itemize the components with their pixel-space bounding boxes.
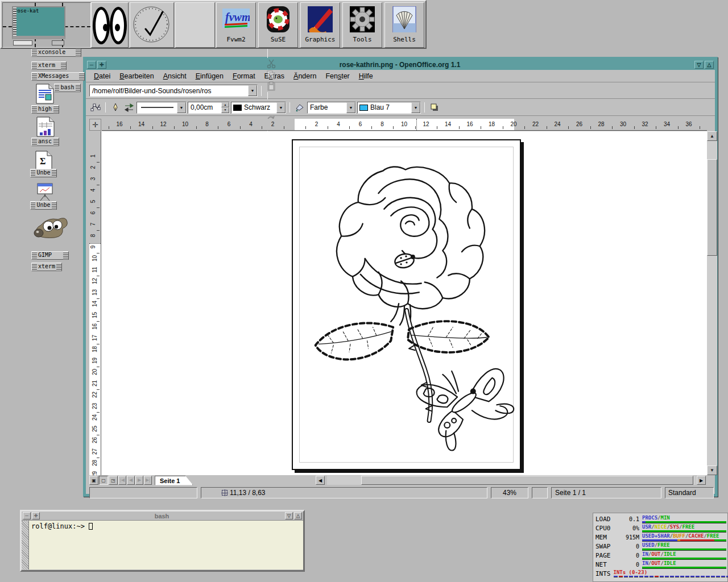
view-mode-master-button[interactable]: ▢: [99, 476, 108, 485]
desktop-icon-writer-doc[interactable]: [36, 84, 54, 106]
sysmon-label: INTS: [595, 570, 611, 577]
edit-points-icon[interactable]: [89, 102, 102, 113]
last-page-button[interactable]: ▶|: [144, 476, 152, 485]
fill-color-name[interactable]: Blau 7: [368, 103, 411, 111]
url-dropdown-button[interactable]: ▼: [248, 85, 257, 96]
sysmon-row-load: LOAD0.1PROCS/MIN: [595, 514, 726, 523]
seashell-icon: [391, 6, 418, 32]
icon-label-stripe: [61, 62, 66, 69]
arrow-style-icon[interactable]: [123, 102, 135, 113]
hruler-tick: [459, 126, 460, 129]
launcher-suse[interactable]: SuSE: [258, 2, 298, 48]
line-width-spinner[interactable]: 0,00cm ▲▼: [188, 102, 230, 114]
document-page[interactable]: [292, 139, 521, 470]
area-fill-icon[interactable]: [293, 102, 306, 113]
line-width-value[interactable]: 0,00cm: [188, 103, 221, 111]
desktop-icon-gimp-wilber[interactable]: [33, 214, 69, 246]
menu-datei[interactable]: Datei: [89, 71, 115, 81]
fill-type-dropdown-button[interactable]: ▼: [346, 102, 355, 113]
terminal-maximize-button[interactable]: ✛: [32, 512, 40, 519]
window-maximize-button[interactable]: ✛: [97, 61, 106, 69]
menu-hilfe[interactable]: Hilfe: [354, 71, 378, 81]
fill-type-value[interactable]: Farbe: [308, 103, 346, 111]
fill-type-select[interactable]: Farbe ▼: [307, 102, 356, 114]
desktop-icon-xconsole[interactable]: xconsole: [31, 48, 81, 57]
horizontal-scrollbar[interactable]: [327, 476, 696, 485]
line-pen-icon[interactable]: [109, 102, 122, 113]
menu-einfgen[interactable]: Einfügen: [191, 71, 228, 81]
fill-color-select[interactable]: Blau 7 ▼: [357, 102, 421, 114]
vruler-number: 16: [92, 323, 98, 330]
prev-page-button[interactable]: ◀: [127, 476, 135, 485]
copy-icon[interactable]: [265, 69, 278, 81]
terminal-screen[interactable]: rolf@linux:~>: [29, 521, 303, 569]
vertical-scroll-thumb[interactable]: [707, 159, 717, 256]
status-position-cell[interactable]: 11,13 / 8,63: [201, 487, 487, 498]
status-zoom-cell[interactable]: 43%: [491, 487, 528, 498]
scroll-up-button[interactable]: ▲: [707, 131, 717, 141]
view-mode-layer-button[interactable]: ◳: [109, 476, 118, 485]
shadow-toggle-icon[interactable]: [428, 102, 441, 113]
window-minimize-button[interactable]: ─: [87, 61, 96, 69]
desktop-icon-gimp[interactable]: GIMP: [31, 251, 69, 260]
drawing-canvas[interactable]: [101, 131, 707, 475]
pager-mini-sysmon[interactable]: [52, 40, 64, 45]
desktop-icon-high[interactable]: high: [31, 105, 59, 114]
view-mode-page-button[interactable]: ▣: [89, 476, 98, 485]
vertical-scrollbar[interactable]: ▲ ▼: [707, 131, 717, 475]
icon-label-stripe: [32, 73, 37, 80]
hruler-number: 14: [445, 121, 451, 127]
line-color-name[interactable]: Schwarz: [242, 103, 276, 111]
desktop-icon-xterm[interactable]: xterm: [31, 263, 62, 271]
cut-icon[interactable]: [265, 58, 278, 69]
status-page-cell[interactable]: Seite 1 / 1: [551, 487, 661, 498]
next-page-button[interactable]: ▶: [135, 476, 143, 485]
window-shade-button[interactable]: ▽: [694, 61, 704, 69]
desktop-icon-bash[interactable]: bash: [54, 84, 81, 92]
menu-ndern[interactable]: Ändern: [289, 71, 321, 81]
fill-color-dropdown-button[interactable]: ▼: [411, 102, 420, 113]
terminal-zoom-button[interactable]: △: [294, 512, 302, 519]
scroll-right-button[interactable]: ▶: [697, 476, 706, 485]
launcher-graphics[interactable]: Graphics: [300, 2, 340, 48]
menu-ansicht[interactable]: Ansicht: [159, 71, 191, 81]
launcher-fvwm2[interactable]: fvwmFvwm2: [216, 2, 256, 48]
desktop-icon-calc-doc[interactable]: [36, 117, 55, 139]
line-width-spin-buttons[interactable]: ▲▼: [221, 102, 229, 113]
menu-bearbeiten[interactable]: Bearbeiten: [115, 71, 158, 81]
pager-mini-window[interactable]: rose-kat: [12, 6, 65, 39]
launcher-tools[interactable]: Tools: [342, 2, 382, 48]
window-zoom-button[interactable]: △: [705, 61, 714, 69]
desktop-icon-unbe[interactable]: Unbe: [30, 201, 57, 210]
page-tab[interactable]: Seite 1: [155, 476, 193, 485]
paste-icon[interactable]: [265, 81, 278, 92]
terminal-minimize-button[interactable]: ─: [23, 512, 31, 519]
scroll-down-button[interactable]: ▼: [707, 465, 717, 475]
desktop-icon-unbe[interactable]: Unbe: [30, 169, 57, 177]
terminal-title-bar[interactable]: ─ ✛ bash ▽ △: [22, 512, 303, 521]
desktop-icon-xmessages[interactable]: XMessages: [31, 72, 85, 81]
status-style-cell[interactable]: Standard: [665, 487, 714, 498]
launcher-shells[interactable]: Shells: [384, 2, 424, 48]
menu-fenster[interactable]: Fenster: [321, 71, 354, 81]
pager-mini-terminal[interactable]: [13, 40, 32, 45]
line-color-dropdown-button[interactable]: ▼: [276, 102, 286, 113]
menu-format[interactable]: Format: [228, 71, 260, 81]
sysmon-row-mem: MEM915MUSED+SHAR/BUFF/CACHE/FREE: [595, 533, 726, 542]
horizontal-scroll-thumb[interactable]: [361, 476, 693, 485]
line-style-select[interactable]: ▼: [136, 102, 187, 114]
desktop-icon-xterm[interactable]: xterm: [31, 61, 67, 70]
shell-prompt: rolf@linux:~>: [31, 522, 89, 530]
terminal-scrollbar[interactable]: [22, 521, 29, 569]
empty-panel-button[interactable]: [175, 2, 215, 48]
line-style-dropdown-button[interactable]: ▼: [177, 102, 186, 113]
title-bar[interactable]: ─ ✛ rose-kathrin.png - OpenOffice.org 1.…: [86, 60, 715, 70]
first-page-button[interactable]: |◀: [118, 476, 126, 485]
line-color-select[interactable]: Schwarz ▼: [231, 102, 286, 114]
terminal-shade-button[interactable]: ▽: [285, 512, 293, 519]
url-field[interactable]: /home/rolf/Bilder-und-Sounds/rosen/ros: [90, 87, 248, 95]
desktop-icon-ansc[interactable]: ansc: [31, 138, 59, 146]
url-combobox[interactable]: /home/rolf/Bilder-und-Sounds/rosen/ros ▼: [89, 85, 258, 97]
tab-scroll-left-button[interactable]: ◀: [316, 476, 325, 485]
desktop-pager[interactable]: rose-kat: [2, 2, 91, 48]
